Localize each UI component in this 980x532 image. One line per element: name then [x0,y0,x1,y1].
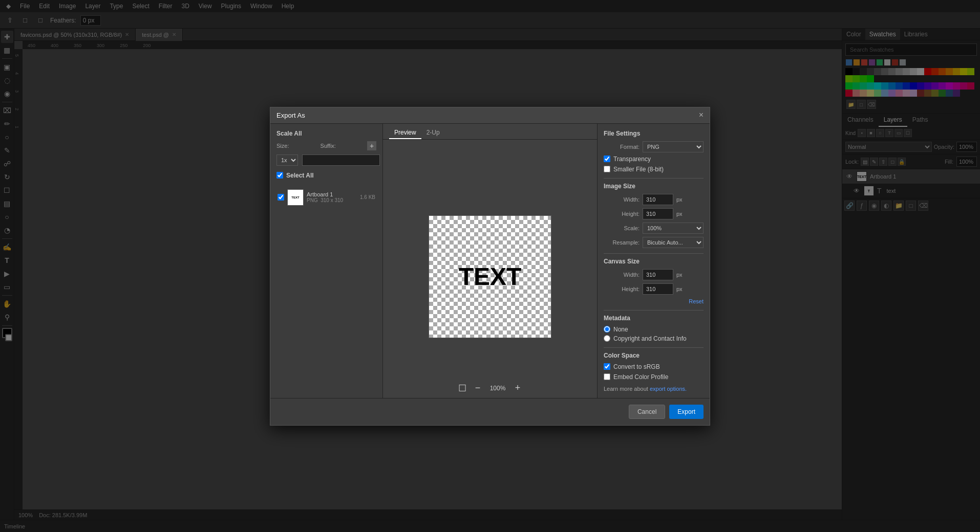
artboard-list: TEXT Artboard 1 PNG 310 x 310 1.6 KB [276,187,376,208]
image-width-unit: px [676,196,683,203]
reset-row: Reset [604,298,704,305]
image-height-label: Height: [604,211,640,217]
artboard-1-name: Artboard 1 [307,191,357,197]
app-window: ◆ File Edit Image Layer Type Select Filt… [0,0,980,532]
convert-srgb-checkbox[interactable] [604,363,610,370]
scale-select[interactable]: 1x [276,154,298,166]
format-row: Format: PNG JPEG GIF SVG WebP [604,141,704,152]
reset-button[interactable]: Reset [689,298,704,304]
modal-overlay: Export As × Scale All Size: Suffix: + [0,0,980,532]
metadata-copyright-row: Copyright and Contact Info [604,335,704,342]
embed-profile-row: Embed Color Profile [604,373,704,381]
image-height-row: Height: px [604,208,704,219]
modal-preview-panel: Preview 2-Up TEXT ☐ − 100% + [383,124,597,398]
preview-tab-preview[interactable]: Preview [389,127,421,139]
modal-close-button[interactable]: × [699,110,704,120]
canvas-width-unit: px [676,272,683,278]
zoom-in-button[interactable]: + [512,383,523,394]
artboard-1-checkbox[interactable] [278,194,284,201]
select-all-row: Select All [276,170,376,183]
canvas-height-label: Height: [604,286,640,292]
canvas-height-row: Height: px [604,283,704,295]
image-scale-select[interactable]: 100% 50% 200% [643,223,704,234]
scale-row: Size: Suffix: + [276,141,376,150]
canvas-height-unit: px [676,286,683,292]
canvas-width-row: Width: px [604,269,704,280]
embed-profile-checkbox[interactable] [604,373,610,380]
smaller-file-row: Smaller File (8-bit) [604,166,704,173]
modal-right-panel: File Settings Format: PNG JPEG GIF SVG W… [597,124,710,398]
image-width-label: Width: [604,196,640,203]
divider-3 [604,310,704,311]
suffix-input[interactable] [302,154,380,166]
metadata-label: Metadata [604,315,704,322]
export-button[interactable]: Export [669,405,704,419]
zoom-controls: ☐ − 100% + [457,383,523,394]
checker-background: TEXT [429,215,551,338]
metadata-copyright-label[interactable]: Copyright and Contact Info [613,335,687,342]
artboard-1-size: PNG 310 x 310 [307,197,357,203]
smaller-file-label[interactable]: Smaller File (8-bit) [613,166,664,173]
export-as-modal: Export As × Scale All Size: Suffix: + [270,107,710,426]
convert-srgb-label[interactable]: Convert to sRGB [613,363,660,370]
transparency-label[interactable]: Transparency [613,156,651,163]
scale-all-label: Scale All [276,130,376,137]
file-settings-section: File Settings Format: PNG JPEG GIF SVG W… [604,130,704,173]
artboard-1-thumb: TEXT [287,189,304,206]
canvas-size-label: Canvas Size [604,258,704,265]
metadata-none-radio[interactable] [604,326,610,332]
transparency-row: Transparency [604,156,704,163]
canvas-width-input[interactable] [643,269,673,280]
artboard-1-filesize: 1.6 KB [360,194,375,200]
preview-tab-2up[interactable]: 2-Up [421,127,445,139]
image-width-row: Width: px [604,194,704,205]
preview-text: TEXT [459,262,522,291]
divider-4 [604,347,704,348]
resample-select[interactable]: Bicubic Auto... [643,237,704,248]
scale-input-row: 1x [276,154,376,166]
image-scale-label: Scale: [604,225,640,231]
modal-body: Scale All Size: Suffix: + 1x [270,124,710,398]
artboard-item-1[interactable]: TEXT Artboard 1 PNG 310 x 310 1.6 KB [276,187,376,208]
suffix-label: Suffix: [321,143,336,149]
image-height-input[interactable] [643,208,673,219]
convert-srgb-row: Convert to sRGB [604,363,704,370]
format-label: Format: [604,144,640,150]
image-size-section: Image Size Width: px Height: px [604,183,704,248]
preview-tabs: Preview 2-Up [383,124,597,140]
divider-1 [604,178,704,179]
learn-more-text: Learn more about [604,386,648,392]
zoom-value-display: 100% [487,385,508,392]
preview-canvas: TEXT [383,140,597,414]
image-scale-row: Scale: 100% 50% 200% [604,223,704,234]
metadata-copyright-radio[interactable] [604,335,610,342]
image-width-input[interactable] [643,194,673,205]
canvas-height-input[interactable] [643,283,673,295]
color-space-section: Color Space Convert to sRGB Embed Color … [604,352,704,381]
format-select[interactable]: PNG JPEG GIF SVG WebP [643,141,704,152]
metadata-section: Metadata None Copyright and Contact Info [604,315,704,342]
canvas-size-section: Canvas Size Width: px Height: px [604,258,704,305]
color-space-label: Color Space [604,352,704,359]
zoom-out-button[interactable]: − [472,383,483,394]
resample-label: Resample: [604,239,640,246]
metadata-none-label[interactable]: None [613,326,628,333]
cancel-button[interactable]: Cancel [629,405,665,419]
modal-title: Export As [276,112,305,119]
canvas-width-label: Width: [604,272,640,278]
transparency-checkbox[interactable] [604,156,610,162]
divider-2 [604,253,704,254]
resample-row: Resample: Bicubic Auto... [604,237,704,248]
embed-profile-label[interactable]: Embed Color Profile [613,373,668,381]
add-scale-button[interactable]: + [367,141,376,150]
metadata-none-row: None [604,326,704,333]
artboard-1-info: Artboard 1 PNG 310 x 310 [307,191,357,203]
select-all-label-text[interactable]: Select All [286,172,314,179]
modal-left-panel: Scale All Size: Suffix: + 1x [270,124,383,398]
export-options-link[interactable]: export options. [650,386,687,392]
modal-header: Export As × [270,107,710,124]
select-all-checkbox[interactable] [276,172,283,179]
zoom-fit-button[interactable]: ☐ [457,383,468,394]
smaller-file-checkbox[interactable] [604,166,610,172]
learn-more-section: Learn more about export options. [604,386,704,392]
